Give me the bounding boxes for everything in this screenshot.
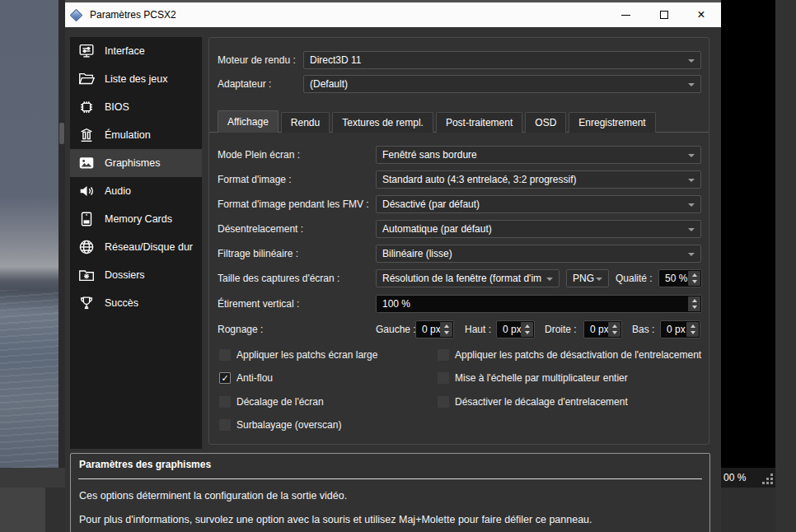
resize-grip-icon[interactable]	[761, 473, 774, 485]
dropdown-arrow-icon	[688, 154, 695, 157]
renderer-dropdown[interactable]: Direct3D 11	[303, 51, 701, 69]
checkbox-anti-blur[interactable]: ✓	[219, 372, 231, 384]
dropdown-arrow-icon	[546, 278, 553, 281]
desktop-right-strip	[775, 0, 796, 532]
tab-texture-replacement[interactable]: Textures de rempl.	[332, 112, 433, 133]
screen: 00 % Paramètres PCSX2 × Interface	[0, 0, 796, 532]
minimize-button[interactable]	[606, 2, 644, 27]
checkbox-widescreen-patches[interactable]	[219, 349, 231, 361]
bilinear-filtering-dropdown[interactable]: Bilinéaire (lisse)	[376, 245, 701, 263]
sidebar-item-network-hdd[interactable]: Réseau/Disque dur	[70, 233, 202, 261]
sidebar-item-audio[interactable]: Audio	[70, 177, 202, 205]
checkbox-disable-interlace-offset-label[interactable]: Désactiver le décalage d'entrelacement	[455, 396, 628, 408]
sidebar-item-interface[interactable]: Interface	[70, 37, 202, 65]
spinner-buttons[interactable]	[608, 322, 620, 337]
aspect-ratio-label: Format d'image :	[218, 170, 292, 189]
fmv-aspect-ratio-dropdown[interactable]: Désactivé (par défaut)	[376, 195, 701, 213]
aspect-ratio-dropdown[interactable]: Standard auto (4:3 entrelacé, 3:2 progre…	[376, 170, 701, 189]
tab-recording[interactable]: Enregistrement	[569, 112, 655, 133]
crop-right-value: 0 px	[590, 324, 609, 335]
achievements-trophy-icon	[77, 294, 96, 312]
checkbox-overscan[interactable]	[219, 419, 231, 431]
settings-window: Paramètres PCSX2 × Interface Liste d	[65, 0, 721, 532]
spinner-buttons[interactable]	[686, 322, 699, 337]
screenshot-quality-label: Qualité :	[616, 269, 653, 287]
spinner-buttons[interactable]	[521, 322, 533, 337]
crop-label: Rognage :	[218, 320, 263, 338]
water-ripples	[0, 290, 59, 468]
spin-down-icon	[692, 306, 697, 309]
sidebar-item-label: Liste des jeux	[105, 73, 167, 85]
deinterlacing-dropdown[interactable]: Automatique (par défaut)	[376, 220, 701, 238]
crop-top-spinbox[interactable]: 0 px	[496, 320, 535, 338]
tab-post-processing[interactable]: Post-traitement	[436, 112, 522, 133]
checkbox-screen-offsets-label[interactable]: Décalage de l'écran	[236, 396, 324, 408]
bios-chip-icon	[77, 98, 96, 116]
checkbox-disable-interlace-offset[interactable]	[438, 396, 449, 408]
spin-down-icon	[612, 331, 617, 334]
dropdown-arrow-icon	[688, 179, 695, 182]
screenshot-size-value: Résolution de la fenêtre (format d'im	[382, 273, 541, 284]
crop-left-spinbox[interactable]: 0 px	[415, 320, 454, 338]
sidebar-item-label: Dossiers	[105, 269, 145, 281]
main-window-display-area	[721, 0, 775, 468]
crop-bottom-value: 0 px	[667, 324, 686, 335]
bilinear-filtering-value: Bilinéaire (lisse)	[382, 248, 452, 259]
tab-osd[interactable]: OSD	[525, 112, 566, 133]
screenshot-quality-spinbox[interactable]: 50 %	[658, 269, 702, 287]
renderer-label: Moteur de rendu :	[218, 51, 296, 69]
maximize-button[interactable]	[645, 2, 683, 27]
maximize-icon	[660, 11, 668, 19]
checkbox-anti-blur-label[interactable]: Anti-flou	[236, 372, 273, 385]
dropdown-arrow-icon	[688, 59, 695, 63]
sidebar-item-bios[interactable]: BIOS	[70, 93, 202, 121]
crop-left-label: Gauche :	[376, 320, 416, 338]
screenshot-format-value: PNG	[573, 273, 594, 284]
checkbox-no-interlacing-patches-label[interactable]: Appliquer les patchs de désactivation de…	[455, 349, 701, 362]
game-list-folder-icon	[77, 70, 96, 88]
network-globe-icon	[77, 238, 96, 256]
close-button[interactable]: ×	[682, 2, 720, 27]
deinterlacing-value: Automatique (par défaut)	[382, 223, 492, 235]
fullscreen-mode-value: Fenêtré sans bordure	[382, 149, 477, 161]
tab-rendering[interactable]: Rendu	[281, 112, 330, 133]
tab-display[interactable]: Affichage	[218, 110, 279, 133]
sidebar-item-game-list[interactable]: Liste des jeux	[70, 65, 202, 93]
checkbox-no-interlacing-patches[interactable]	[438, 349, 449, 361]
sidebar-item-folders[interactable]: Dossiers	[70, 261, 202, 289]
background-bottom-block	[0, 488, 45, 532]
adapter-value: (Default)	[310, 78, 348, 90]
sidebar-item-label: Succès	[105, 297, 138, 309]
window-title: Paramètres PCSX2	[90, 9, 176, 21]
crop-bottom-spinbox[interactable]: 0 px	[660, 320, 700, 338]
spinner-buttons[interactable]	[688, 296, 700, 311]
graphics-image-icon	[77, 154, 96, 172]
screenshot-format-dropdown[interactable]: PNG	[566, 269, 609, 287]
crop-right-spinbox[interactable]: 0 px	[583, 320, 622, 338]
checkbox-widescreen-patches-label[interactable]: Appliquer les patchs écran large	[236, 349, 377, 362]
adapter-dropdown[interactable]: (Default)	[303, 75, 701, 93]
background-bottom-strip	[0, 468, 65, 488]
dropdown-arrow-icon	[688, 253, 695, 256]
spinner-buttons[interactable]	[440, 322, 452, 337]
spin-up-icon	[692, 273, 697, 277]
sidebar-item-emulation[interactable]: Émulation	[70, 121, 202, 149]
audio-speaker-icon	[77, 182, 96, 200]
sidebar-item-achievements[interactable]: Succès	[70, 289, 202, 317]
titlebar[interactable]: Paramètres PCSX2 ×	[65, 2, 721, 27]
fmv-aspect-ratio-label: Format d'image pendant les FMV :	[218, 195, 369, 213]
checkbox-integer-scaling[interactable]	[438, 372, 449, 384]
background-scrollbar-thumb	[59, 123, 64, 144]
emulation-bank-icon	[77, 126, 96, 144]
vertical-stretch-spinbox[interactable]: 100 %	[376, 295, 702, 313]
sidebar-item-memory-cards[interactable]: Memory Cards	[70, 205, 202, 233]
checkbox-overscan-label[interactable]: Surbalayage (overscan)	[236, 419, 341, 432]
checkbox-screen-offsets[interactable]	[219, 396, 231, 408]
spin-up-icon	[444, 324, 449, 328]
fullscreen-mode-dropdown[interactable]: Fenêtré sans bordure	[376, 146, 701, 164]
checkbox-integer-scaling-label[interactable]: Mise à l'échelle par multiplicateur enti…	[455, 372, 628, 385]
sidebar-item-graphics[interactable]: Graphismes	[70, 149, 202, 177]
spinner-buttons[interactable]	[688, 271, 700, 286]
screenshot-size-dropdown[interactable]: Résolution de la fenêtre (format d'im	[376, 269, 560, 287]
dropdown-arrow-icon	[688, 203, 695, 207]
